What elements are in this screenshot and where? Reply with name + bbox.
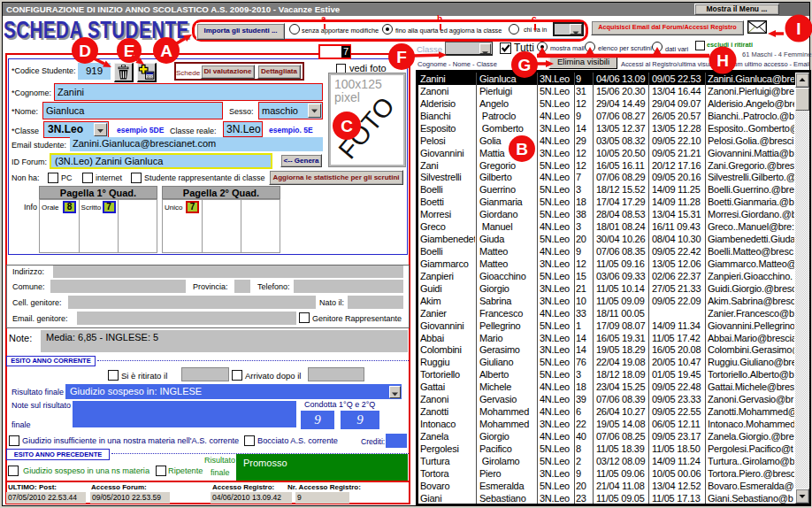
svg-text:A: A xyxy=(160,42,172,60)
svg-text:G: G xyxy=(518,56,532,74)
svg-text:I: I xyxy=(796,19,801,38)
svg-text:F: F xyxy=(396,48,407,66)
svg-text:H: H xyxy=(716,51,729,70)
svg-text:D: D xyxy=(79,42,91,60)
svg-text:C: C xyxy=(341,117,353,135)
svg-text:B: B xyxy=(516,140,528,158)
